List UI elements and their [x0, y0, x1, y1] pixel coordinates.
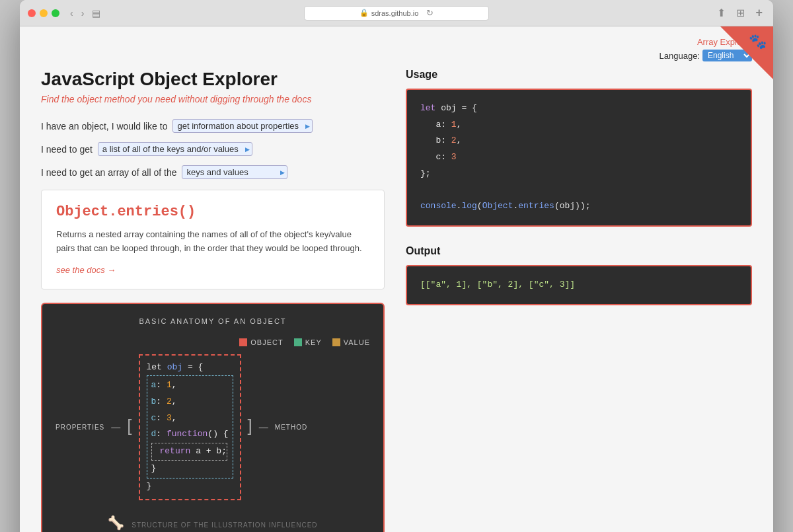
url-text: sdras.github.io — [371, 9, 419, 17]
question-row-1: I have an object, I would like to get in… — [41, 119, 385, 133]
legend-key-box — [294, 338, 302, 346]
legend-value: VALUE — [332, 338, 370, 346]
anatomy-diagram: BASIC ANATOMY OF AN OBJECT OBJECT KEY — [41, 303, 385, 532]
method-description: Returns a nested array containing the na… — [56, 228, 369, 256]
legend-key-label: KEY — [305, 338, 322, 346]
code-line-blank — [420, 182, 737, 198]
q2-select-wrapper: a list of all of the keys and/or values … — [98, 142, 252, 156]
q2-select[interactable]: a list of all of the keys and/or values … — [98, 142, 252, 156]
code-line-5: }; — [420, 166, 737, 182]
corner-ribbon: 🐾 — [720, 26, 773, 79]
main-layout: JavaScript Object Explorer Find the obje… — [41, 69, 752, 532]
code-close-obj: } — [147, 478, 233, 495]
close-button[interactable] — [28, 9, 36, 17]
language-label: Language: — [660, 51, 700, 61]
lock-icon: 🔒 — [359, 9, 369, 17]
q1-select-wrapper: get information about properties manipul… — [172, 119, 313, 133]
method-name: Object.entries() — [56, 204, 369, 220]
object-box: let obj = { a: 1, b: 2, c: 3, — [139, 354, 241, 501]
code-b-line: b: 2, — [151, 394, 229, 410]
forward-button[interactable]: › — [79, 7, 87, 20]
code-close-fn: } — [151, 461, 229, 477]
bracket-dash: — — [111, 422, 120, 432]
anatomy-title: BASIC ANATOMY OF AN OBJECT — [56, 317, 370, 325]
q1-prefix: I have an object, I would like to — [41, 121, 167, 132]
question-row-2: I need to get a list of all of the keys … — [41, 142, 385, 156]
browser-titlebar: ‹ › ▤ 🔒 sdras.github.io ↻ ⬆ ⊞ + — [20, 0, 773, 26]
back-button[interactable]: ‹ — [67, 7, 76, 20]
page-title: JavaScript Object Explorer — [41, 69, 385, 90]
key-value-box: a: 1, b: 2, c: 3, d: function() { — [147, 375, 233, 478]
legend-object: OBJECT — [239, 338, 283, 346]
legend-object-box — [239, 338, 247, 346]
new-tab-button[interactable]: + — [753, 5, 765, 21]
code-line-6: console.log(Object.entries(obj)); — [420, 198, 737, 215]
footer-line1: STRUCTURE OF THE ILLUSTRATION INFLUENCED — [132, 521, 317, 529]
code-line-2: a: 1, — [420, 117, 737, 133]
browser-window: ‹ › ▤ 🔒 sdras.github.io ↻ ⬆ ⊞ + 🐾 Array … — [20, 0, 773, 532]
minimize-button[interactable] — [40, 9, 48, 17]
left-bracket: [ — [127, 417, 132, 437]
bracket-dash-right: — — [259, 422, 268, 432]
q3-prefix: I need to get an array of all of the — [41, 167, 176, 178]
traffic-lights — [28, 9, 59, 17]
browser-actions: ⬆ ⊞ + — [714, 5, 765, 21]
code-a-line: a: 1, — [151, 377, 229, 394]
anatomy-legend: OBJECT KEY VALUE — [56, 338, 370, 346]
output-value: [["a", 1], ["b", 2], ["c", 3]] — [420, 280, 575, 289]
q3-select-wrapper: keys and values keys only values only — [182, 165, 287, 179]
usage-code-panel: let obj = { a: 1, b: 2, c: 3 }; console.… — [406, 89, 752, 227]
code-c-line: c: 3, — [151, 410, 229, 427]
legend-value-label: VALUE — [344, 338, 370, 346]
q1-select[interactable]: get information about properties manipul… — [172, 119, 313, 133]
right-bracket: ] — [248, 417, 252, 437]
anatomy-code-section: PROPERTIES — [ let obj = { a: 1, — [56, 354, 370, 501]
code-line-3: b: 2, — [420, 133, 737, 149]
skeleton-icon: 🦴 — [108, 515, 125, 530]
q3-select[interactable]: keys and values keys only values only — [182, 165, 287, 179]
usage-title: Usage — [406, 69, 752, 81]
code-line-1: let obj = { — [420, 100, 737, 117]
page-subtitle: Find the object method you need without … — [41, 94, 385, 104]
method-label: METHOD — [275, 424, 307, 431]
nav-buttons: ‹ › — [67, 7, 87, 20]
add-tab-button[interactable]: ⊞ — [734, 5, 747, 21]
share-button[interactable]: ⬆ — [714, 5, 728, 21]
docs-link[interactable]: see the docs → — [56, 265, 116, 275]
address-bar[interactable]: 🔒 sdras.github.io ↻ — [304, 6, 489, 20]
result-card: Object.entries() Returns a nested array … — [41, 190, 385, 289]
method-inner-box: return a + b; — [151, 443, 227, 461]
code-d-line: d: function() { — [151, 426, 229, 443]
code-line-4: c: 3 — [420, 149, 737, 166]
q2-prefix: I need to get — [41, 144, 93, 155]
output-title: Output — [406, 245, 752, 257]
maximize-button[interactable] — [52, 9, 59, 17]
reload-icon: ↻ — [426, 8, 434, 18]
output-panel: [["a", 1], ["b", 2], ["c", 3]] — [406, 265, 752, 305]
page-content: 🐾 Array Explorer Language: English Españ… — [20, 26, 773, 532]
legend-key: KEY — [294, 338, 322, 346]
code-let-line: let obj = { — [147, 360, 233, 376]
properties-label: PROPERTIES — [56, 424, 104, 431]
right-column: Usage let obj = { a: 1, b: 2, c: 3 }; co… — [406, 69, 752, 532]
question-row-3: I need to get an array of all of the key… — [41, 165, 385, 179]
sidebar-toggle-button[interactable]: ▤ — [92, 8, 100, 19]
ribbon-icon: 🐾 — [749, 33, 767, 50]
left-column: JavaScript Object Explorer Find the obje… — [41, 69, 385, 532]
legend-object-label: OBJECT — [250, 338, 283, 346]
anatomy-footer: 🦴 STRUCTURE OF THE ILLUSTRATION INFLUENC… — [56, 512, 370, 532]
legend-value-box — [332, 338, 340, 346]
